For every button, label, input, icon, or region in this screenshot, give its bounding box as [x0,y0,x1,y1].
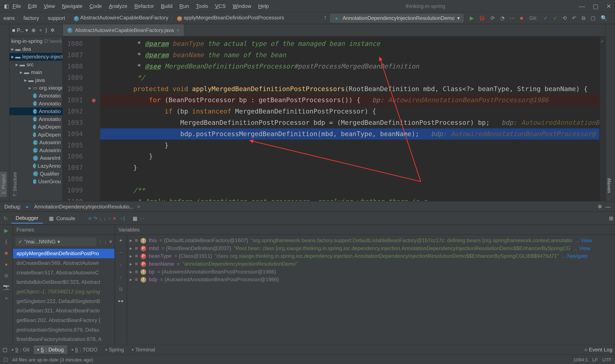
copy-icon[interactable]: ⧉ [119,286,123,292]
collapse-icon[interactable]: | [45,27,47,33]
menu-item[interactable]: Build [158,1,175,10]
variable-item[interactable]: ▸ ≡ f bdp = {AutowiredAnnotationBeanPost… [128,276,614,284]
line-separator[interactable]: LF [592,357,598,362]
drop-frame-icon[interactable]: ✕ [112,215,117,221]
tree-node[interactable]: C Annotatio [10,115,63,123]
editor-tab[interactable]: C AbstractAutowireCapableBeanFactory.jav… [63,24,185,36]
thread-selector[interactable]: ✓ "mai...NNING ▾ [16,237,96,246]
frame-item[interactable]: getBean:202, AbstractBeanFactory { [13,316,114,325]
menu-item[interactable]: VCS [212,1,229,10]
camera-icon[interactable]: 📷 [3,284,9,290]
menu-item[interactable]: Window [229,1,254,10]
attach-icon[interactable]: ⋯ [510,15,515,21]
tree-node[interactable]: C Autowirin [10,146,63,154]
file-encoding[interactable]: UTF [602,357,611,362]
frame-item[interactable]: createBean:517, AbstractAutowireC [13,268,114,277]
variable-item[interactable]: ▸ ≡ P beanName = "annotationDependencyIn… [128,260,614,268]
frame-item[interactable]: getSingleton:222, DefaultSingletonB [13,296,114,306]
tree-node[interactable]: C Annotatio [10,107,63,116]
menu-item[interactable]: Run [176,1,192,10]
project-view-selector[interactable]: ■ P... ▾ [12,27,28,33]
settings-icon[interactable]: ✲ [50,27,55,33]
vcs-revert-icon[interactable]: ↶ [572,15,576,21]
profile-icon[interactable]: ◔ [500,15,504,21]
frame-item[interactable]: doGetBean:321, AbstractBeanFacto [13,306,114,316]
variable-item[interactable]: ▸ ≡ P beanType = {Class@1911} "class org… [128,252,614,260]
tree-node[interactable]: ▸ ▭ org.xiaoge.t [10,84,63,92]
tool-window-tab[interactable]: ▪ 9: Git [8,345,33,354]
minimize-icon[interactable]: — [579,2,585,9]
menu-item[interactable]: Navigate [59,1,86,10]
layout-icon[interactable]: ⊞ [609,215,613,221]
tool-window-tab[interactable]: ▪ Terminal [128,345,159,354]
structure-tool-tab[interactable]: 7: Structure [11,169,18,199]
variable-item[interactable]: ▸ ≡ P mbd = {RootBeanDefinition@2037} "R… [128,244,614,252]
tool-window-tab[interactable]: ▪ 5: Debug [34,345,67,354]
add-watch-icon[interactable]: + [119,237,122,244]
view-breakpoints-icon[interactable]: ● [5,261,8,267]
breadcrumb[interactable]: eans〉factory〉support〉C AbstractAutowireC… [3,14,284,22]
event-log-tab[interactable]: ○ Event Log [585,347,613,352]
variable-item[interactable]: ▸ ≡ f bp = {AutowiredAnnotationBeanPostP… [128,268,614,276]
trace-icon[interactable]: ⋯ [139,215,144,221]
menu-item[interactable]: View [41,1,58,10]
tree-node[interactable]: ▸ ▬ dea [10,45,63,53]
maven-tool-tab[interactable]: Maven [606,175,613,195]
menu-item[interactable]: Tools [193,1,211,10]
run-config-selector[interactable]: ▸ AnnotationDependencyInjectionResolutio… [330,14,464,22]
glasses-icon[interactable]: 👓 [118,298,124,304]
expand-icon[interactable]: ÷ [39,27,42,33]
tree-node[interactable]: C Annotatio [10,100,63,107]
frames-list[interactable]: applyMergedBeanDefinitionPostProdoCreate… [13,249,114,344]
evaluate-icon[interactable]: ▦ [133,215,137,221]
menu-item[interactable]: Refactor [131,1,157,10]
tree-node[interactable]: ▸ ▬ lependency-injection [10,53,63,61]
menu-item[interactable]: Edit [25,1,40,10]
close-tab-icon[interactable]: × [177,27,180,33]
next-frame-icon[interactable]: ↓ [104,239,107,245]
tool-windows-icon[interactable]: ▢ [2,347,7,352]
build-icon[interactable]: ⤒ [322,15,328,21]
stop-debug-icon[interactable]: ■ [5,250,8,256]
locate-icon[interactable]: ⊕ [31,27,36,33]
debug-settings-icon[interactable]: ✲ [598,204,602,209]
vcs-update-icon[interactable]: ✓ [544,15,548,21]
menu-item[interactable]: Code [86,1,105,10]
frame-item[interactable]: doCreateBean:569, AbstractAutowir [13,258,114,268]
tree-node[interactable]: ▸ ▬ main [10,68,63,76]
mute-breakpoints-icon[interactable]: ⊘ [4,273,8,278]
menu-item[interactable]: Help [255,1,272,10]
rerun-icon[interactable]: ↻ [3,215,8,221]
vcs-history-icon[interactable]: ⟲ [562,15,567,21]
tree-node[interactable]: ▸ ▬ src [10,61,63,68]
hide-icon[interactable]: — [605,204,611,209]
stop-icon[interactable]: ■ [520,15,523,21]
run-icon[interactable]: ▶ [470,15,474,21]
coverage-icon[interactable]: ⟳ [491,15,495,21]
menu-item[interactable]: File [10,1,24,10]
gear-icon[interactable]: ▢ [591,15,595,21]
frame-item[interactable]: finishBeanFactoryInitialization:878, A [13,335,114,344]
frame-item[interactable]: getObject:-1, 758348212 {org.spring [13,287,114,296]
step-over-icon[interactable]: ↷ [93,215,97,221]
close-debug-tab-icon[interactable]: × [137,204,140,209]
tree-node[interactable]: C Autowirin [10,139,63,147]
tree-node[interactable]: C ApiDepen [10,131,63,139]
menu-item[interactable]: Analyze [106,1,130,10]
debug-icon[interactable]: 🐞 [479,15,485,21]
frame-item[interactable]: applyMergedBeanDefinitionPostPro [13,249,114,258]
more-icon[interactable]: » [5,295,8,301]
remove-watch-icon[interactable]: − [119,250,122,256]
diff-icon[interactable]: ⧉ [582,15,586,21]
tool-window-tab[interactable]: ▪ Spring [102,345,127,354]
project-tool-tab[interactable]: 1: Project [0,171,7,197]
search-everywhere-icon[interactable]: 🔍 [601,15,607,21]
prev-frame-icon[interactable]: ↑ [99,239,101,245]
tool-window-tab[interactable]: ▪ 6: TODO [68,345,101,354]
variables-list[interactable]: ▸ ≡ f this = {DefaultListableBeanFactory… [127,235,615,344]
tree-node[interactable]: C AwareInt [10,154,63,162]
resume-icon[interactable]: ▶ [4,227,8,234]
frame-item[interactable]: lambda$doGetBean$0:323, Abstract [13,277,114,287]
frame-item[interactable]: preInstantiateSingletons:879, Defau [13,325,114,335]
variable-item[interactable]: ▸ ≡ f this = {DefaultListableBeanFactory… [128,237,614,245]
